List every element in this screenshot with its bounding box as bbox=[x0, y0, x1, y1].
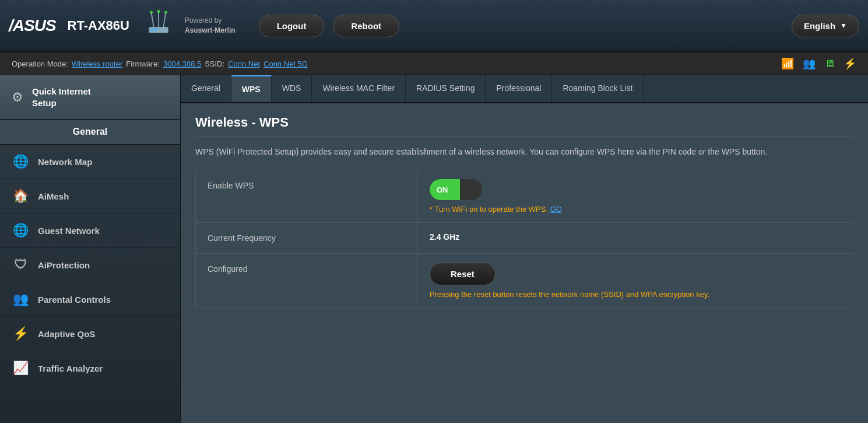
sidebar-item-label-adaptive-qos: Adaptive QoS bbox=[38, 329, 95, 339]
header-buttons: Logout Reboot bbox=[259, 15, 399, 37]
sidebar-item-aimesh[interactable]: 🏠 AiMesh bbox=[0, 179, 180, 214]
wps-note: * Turn WiFi on to operate the WPS. GO bbox=[430, 205, 841, 214]
page-title: Wireless - WPS bbox=[195, 115, 853, 137]
reset-note: Pressing the reset button resets the net… bbox=[430, 290, 841, 299]
quick-setup-icon: ⚙ bbox=[12, 90, 23, 105]
network-map-icon: 🌐 bbox=[12, 154, 29, 169]
header-logo: /ASUS RT-AX86U Powered by Asuswrt-Merlin bbox=[9, 10, 236, 41]
adaptive-qos-icon: ⚡ bbox=[12, 326, 29, 341]
ssid-label: SSID: bbox=[205, 60, 224, 68]
current-frequency-row: Current Frequency 2.4 GHz bbox=[196, 223, 853, 254]
language-button[interactable]: English ▼ bbox=[792, 15, 859, 37]
enable-wps-label: Enable WPS bbox=[196, 170, 417, 222]
asus-logo: /ASUS bbox=[9, 16, 56, 35]
configured-label: Configured bbox=[196, 254, 417, 307]
sidebar-item-label-aimesh: AiMesh bbox=[38, 191, 69, 201]
page-description: WPS (WiFi Protected Setup) provides easy… bbox=[195, 145, 853, 158]
svg-rect-2 bbox=[154, 29, 157, 31]
model-name: RT-AX86U bbox=[68, 18, 129, 33]
tab-general[interactable]: General bbox=[181, 75, 231, 102]
tab-professional[interactable]: Professional bbox=[486, 75, 552, 102]
sidebar: ⚙ Quick InternetSetup General 🌐 Network … bbox=[0, 75, 181, 423]
tab-wireless-mac-filter[interactable]: Wireless MAC Filter bbox=[312, 75, 406, 102]
ssid-value1[interactable]: Conn Net bbox=[228, 60, 260, 68]
svg-point-8 bbox=[164, 11, 167, 14]
status-info: Operation Mode: Wireless router Firmware… bbox=[12, 60, 308, 68]
current-frequency-label: Current Frequency bbox=[196, 223, 417, 253]
svg-point-7 bbox=[157, 10, 160, 13]
operation-mode-value[interactable]: Wireless router bbox=[72, 60, 122, 68]
svg-line-3 bbox=[151, 12, 153, 27]
tab-roaming-block-list[interactable]: Roaming Block List bbox=[552, 75, 644, 102]
aimesh-icon: 🏠 bbox=[12, 188, 29, 204]
content-area: General WPS WDS Wireless MAC Filter RADI… bbox=[181, 75, 868, 423]
router-icon bbox=[144, 10, 173, 41]
usb-icon: ⚡ bbox=[844, 57, 856, 70]
wifi-icon: 📶 bbox=[781, 57, 794, 70]
firmware-value[interactable]: 3004.388.5 bbox=[163, 60, 201, 68]
sidebar-item-label-network-map: Network Map bbox=[38, 157, 92, 167]
main-layout: ⚙ Quick InternetSetup General 🌐 Network … bbox=[0, 75, 868, 423]
sidebar-item-label-guest-network: Guest Network bbox=[38, 226, 100, 236]
chevron-down-icon: ▼ bbox=[840, 22, 847, 30]
powered-by: Powered by Asuswrt-Merlin bbox=[185, 16, 236, 36]
general-section-header: General bbox=[0, 120, 180, 145]
sidebar-item-label-parental-controls: Parental Controls bbox=[38, 295, 111, 305]
sidebar-item-parental-controls[interactable]: 👥 Parental Controls bbox=[0, 282, 180, 317]
ssid-value2[interactable]: Conn Net 5G bbox=[263, 60, 308, 68]
sidebar-item-label-aiprotection: AiProtection bbox=[38, 260, 90, 270]
status-bar: Operation Mode: Wireless router Firmware… bbox=[0, 53, 868, 75]
configured-value: Reset Pressing the reset button resets t… bbox=[417, 254, 853, 307]
traffic-analyzer-icon: 📈 bbox=[12, 361, 29, 376]
sidebar-item-label-traffic-analyzer: Traffic Analyzer bbox=[38, 363, 103, 373]
reboot-button[interactable]: Reboot bbox=[333, 15, 399, 37]
current-frequency-value: 2.4 GHz bbox=[417, 223, 853, 253]
guest-network-icon: 🌐 bbox=[12, 223, 29, 238]
status-icons: 📶 👥 🖥 ⚡ bbox=[781, 57, 856, 70]
network-icon: 🖥 bbox=[824, 58, 835, 70]
logout-button[interactable]: Logout bbox=[259, 15, 325, 37]
sidebar-item-adaptive-qos[interactable]: ⚡ Adaptive QoS bbox=[0, 317, 180, 351]
svg-rect-1 bbox=[151, 29, 153, 31]
svg-line-5 bbox=[163, 12, 166, 27]
tab-wds[interactable]: WDS bbox=[272, 75, 312, 102]
users-icon: 👥 bbox=[803, 57, 816, 70]
page-content: Wireless - WPS WPS (WiFi Protected Setup… bbox=[181, 103, 868, 320]
settings-table: Enable WPS ON * Turn WiFi on to operate … bbox=[195, 170, 853, 308]
enable-wps-value: ON * Turn WiFi on to operate the WPS. GO bbox=[417, 170, 853, 222]
aiprotection-icon: 🛡 bbox=[12, 257, 29, 272]
tabs: General WPS WDS Wireless MAC Filter RADI… bbox=[181, 75, 868, 103]
tab-radius-setting[interactable]: RADIUS Setting bbox=[406, 75, 486, 102]
sidebar-item-aiprotection[interactable]: 🛡 AiProtection bbox=[0, 248, 180, 282]
wps-toggle[interactable]: ON bbox=[430, 179, 482, 200]
svg-point-6 bbox=[150, 11, 153, 14]
header: /ASUS RT-AX86U Powered by Asuswrt-Merlin… bbox=[0, 0, 868, 53]
quick-setup-label: Quick InternetSetup bbox=[32, 86, 91, 109]
enable-wps-row: Enable WPS ON * Turn WiFi on to operate … bbox=[196, 170, 853, 223]
reset-button[interactable]: Reset bbox=[430, 263, 496, 285]
toggle-off-part bbox=[460, 179, 482, 200]
sidebar-item-network-map[interactable]: 🌐 Network Map bbox=[0, 145, 180, 179]
toggle-on-label: ON bbox=[430, 179, 460, 200]
sidebar-item-guest-network[interactable]: 🌐 Guest Network bbox=[0, 214, 180, 248]
wps-go-link[interactable]: GO bbox=[550, 205, 562, 214]
quick-internet-setup[interactable]: ⚙ Quick InternetSetup bbox=[0, 75, 180, 120]
tab-wps[interactable]: WPS bbox=[231, 75, 272, 102]
sidebar-item-traffic-analyzer[interactable]: 📈 Traffic Analyzer bbox=[0, 351, 180, 386]
frequency-value: 2.4 GHz bbox=[430, 232, 459, 242]
firmware-label: Firmware: bbox=[126, 60, 160, 68]
operation-mode-label: Operation Mode: bbox=[12, 60, 68, 68]
parental-controls-icon: 👥 bbox=[12, 292, 29, 307]
configured-row: Configured Reset Pressing the reset butt… bbox=[196, 254, 853, 307]
